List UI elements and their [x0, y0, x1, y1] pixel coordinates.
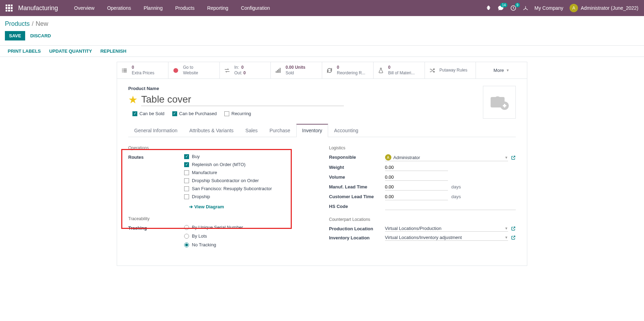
tab-inventory[interactable]: Inventory	[296, 124, 328, 137]
prod-loc-select[interactable]: Virtual Locations/Production ▼	[385, 225, 508, 232]
stat-bom[interactable]: 0Bill of Materi...	[374, 62, 425, 79]
stat-extra-prices[interactable]: 0Extra Prices	[117, 62, 168, 79]
avatar-icon: A	[385, 154, 391, 160]
messages-icon[interactable]: 14	[498, 5, 504, 11]
breadcrumb: Products / New	[0, 16, 644, 30]
route-sf-resupply[interactable]: San Francisco: Resupply Subcontractor	[184, 186, 315, 191]
svg-rect-1	[122, 68, 123, 69]
update-quantity-button[interactable]: UPDATE QUANTITY	[49, 48, 92, 54]
stat-reordering[interactable]: 0Reordering R...	[322, 62, 374, 79]
tracking-none[interactable]: No Tracking	[184, 242, 315, 247]
select-value: Virtual Locations/Inventory adjustment	[385, 235, 462, 240]
activities-icon[interactable]: 9	[510, 5, 516, 11]
subactions: PRINT LABELS UPDATE QUANTITY REPLENISH	[0, 45, 644, 57]
menu-planning[interactable]: Planning	[137, 0, 169, 16]
chart-icon	[274, 67, 282, 74]
save-button[interactable]: SAVE	[5, 31, 25, 40]
route-dropship-subcontractor[interactable]: Dropship Subcontractor on Order	[184, 178, 315, 183]
weight-input[interactable]	[385, 164, 448, 171]
stat-putaway[interactable]: Putaway Rules	[425, 62, 476, 79]
view-diagram-link[interactable]: ➔ View Diagram	[189, 204, 315, 209]
discard-button[interactable]: DISCARD	[30, 33, 51, 38]
external-link-icon[interactable]	[511, 155, 516, 160]
can-be-sold-checkbox[interactable]: ✓Can be Sold	[132, 111, 165, 116]
product-name-input[interactable]	[141, 93, 344, 106]
can-be-purchased-checkbox[interactable]: ✓Can be Purchased	[172, 111, 217, 116]
tab-attributes-variants[interactable]: Attributes & Variants	[183, 124, 240, 137]
tracking-serial[interactable]: By Unique Serial Number	[184, 225, 315, 230]
globe-icon	[172, 67, 180, 74]
route-manufacture[interactable]: Manufacture	[184, 170, 315, 175]
breadcrumb-sep: /	[32, 20, 34, 28]
chevron-down-icon: ▼	[505, 156, 508, 159]
app-brand[interactable]: Manufacturing	[18, 5, 58, 12]
counterpart-title: Counterpart Locations	[329, 217, 516, 222]
manuf-lead-input[interactable]	[385, 184, 448, 191]
menu-operations[interactable]: Operations	[101, 0, 137, 16]
external-link-icon[interactable]	[511, 235, 516, 240]
inv-loc-select[interactable]: Virtual Locations/Inventory adjustment ▼	[385, 234, 508, 241]
recurring-checkbox[interactable]: Recurring	[224, 111, 251, 116]
stat-label: Website	[183, 70, 198, 75]
stat-label: Out:	[234, 70, 243, 75]
select-value: Administrator	[393, 155, 420, 160]
menu-products[interactable]: Products	[169, 0, 201, 16]
settings-icon[interactable]	[523, 5, 528, 11]
stat-label: Go to	[183, 65, 193, 70]
messages-count: 14	[500, 3, 507, 7]
route-label: Buy	[192, 154, 200, 159]
route-replenish-mto[interactable]: ✓Replenish on Order (MTO)	[184, 162, 315, 167]
responsible-select[interactable]: A Administrator ▼	[385, 154, 508, 161]
replenish-button[interactable]: REPLENISH	[100, 48, 126, 54]
svg-rect-8	[276, 71, 277, 73]
stat-value: 0.00 Units	[285, 65, 305, 70]
print-labels-button[interactable]: PRINT LABELS	[8, 48, 41, 54]
debug-icon[interactable]	[486, 5, 491, 11]
route-buy[interactable]: ✓Buy	[184, 154, 315, 159]
stat-label: Putaway Rules	[440, 68, 468, 73]
apps-icon[interactable]	[6, 5, 13, 12]
unit-days: days	[451, 184, 461, 189]
link-label: View Diagram	[194, 204, 224, 209]
external-link-icon[interactable]	[511, 226, 516, 231]
checkbox-label: Recurring	[231, 111, 251, 116]
traceability-title: Traceability	[128, 216, 315, 221]
inventory-pane: Operations Routes ✓Buy ✓Replenish on Ord…	[128, 137, 516, 259]
tracking-lots[interactable]: By Lots	[184, 233, 315, 239]
hs-code-label: HS Code	[329, 203, 385, 209]
favorite-star-icon[interactable]: ★	[128, 94, 138, 106]
user-menu[interactable]: A Administrator (June_2022)	[570, 4, 638, 12]
cust-lead-input[interactable]	[385, 193, 448, 200]
stat-sold[interactable]: 0.00 UnitsSold	[271, 62, 322, 79]
list-icon	[121, 67, 128, 74]
company-name[interactable]: My Company	[535, 5, 563, 11]
logistics-title: Logistics	[329, 145, 516, 150]
main-menu: Overview Operations Planning Products Re…	[68, 0, 276, 16]
route-dropship[interactable]: Dropship	[184, 194, 315, 199]
manuf-lead-label: Manuf. Lead Time	[329, 184, 385, 189]
svg-point-13	[494, 96, 501, 103]
tab-sales[interactable]: Sales	[239, 124, 263, 137]
menu-configuration[interactable]: Configuration	[234, 0, 276, 16]
tab-general-information[interactable]: General Information	[128, 124, 183, 137]
routes-list: ✓Buy ✓Replenish on Order (MTO) Manufactu…	[184, 154, 315, 209]
volume-input[interactable]	[385, 174, 448, 181]
breadcrumb-link[interactable]: Products	[5, 20, 30, 28]
stat-goto-website[interactable]: Go toWebsite	[168, 62, 220, 79]
right-column: Logistics Responsible A Administrator ▼ …	[329, 145, 516, 250]
radio-label: By Lots	[192, 233, 207, 239]
stat-row: 0Extra Prices Go toWebsite In: 0Out: 0 0…	[117, 62, 527, 79]
tab-purchase[interactable]: Purchase	[263, 124, 296, 137]
menu-reporting[interactable]: Reporting	[201, 0, 235, 16]
svg-rect-9	[277, 70, 278, 73]
hs-code-input[interactable]	[385, 203, 516, 210]
stat-more[interactable]: More ▼	[476, 62, 527, 79]
product-image-placeholder[interactable]	[483, 86, 516, 119]
tab-accounting[interactable]: Accounting	[328, 124, 364, 137]
svg-rect-10	[278, 69, 279, 73]
tracking-radio-group: By Unique Serial Number By Lots No Track…	[184, 225, 315, 247]
volume-label: Volume	[329, 174, 385, 180]
stat-in-out[interactable]: In: 0Out: 0	[220, 62, 271, 79]
checkbox-label: Can be Purchased	[179, 111, 217, 116]
menu-overview[interactable]: Overview	[68, 0, 101, 16]
